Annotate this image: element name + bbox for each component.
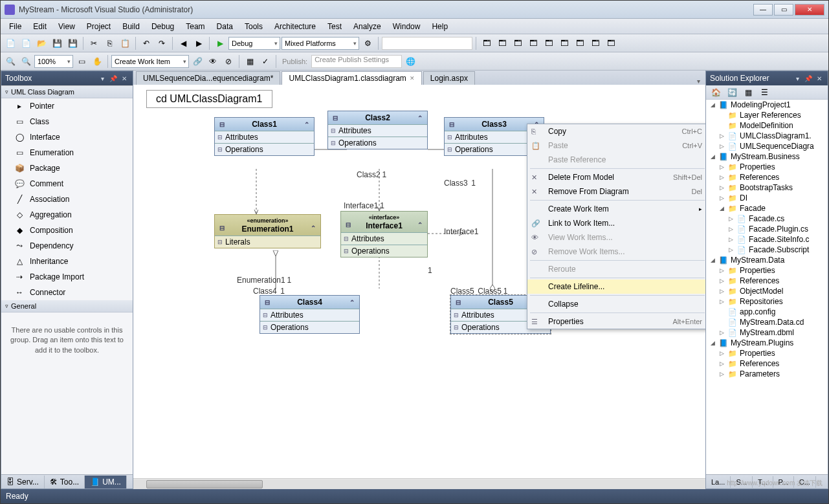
- pin-icon[interactable]: 📌: [109, 74, 118, 83]
- nav-fwd-icon[interactable]: ▶: [192, 36, 206, 50]
- publish-input[interactable]: Create Publish Settings: [311, 55, 402, 68]
- tree-item[interactable]: ▷📁DI: [706, 193, 828, 203]
- tree-expander-icon[interactable]: ▷: [718, 278, 725, 284]
- close-icon[interactable]: ✕: [815, 74, 824, 83]
- menu-build[interactable]: Build: [116, 20, 146, 33]
- tree-item[interactable]: 📁ModelDefinition: [706, 120, 828, 131]
- menu-debug[interactable]: Debug: [146, 20, 180, 33]
- pin-icon[interactable]: 📌: [804, 74, 813, 83]
- tree-item[interactable]: ▷📄Facade.Subscript: [706, 245, 828, 255]
- context-properties[interactable]: ☰PropertiesAlt+Enter: [527, 314, 705, 329]
- menu-help[interactable]: Help: [426, 20, 454, 33]
- close-button[interactable]: ✕: [795, 4, 824, 16]
- tree-item[interactable]: ▷📁Parameters: [706, 369, 828, 379]
- tree-item[interactable]: ◢📘MyStream.Business: [706, 151, 828, 162]
- cwi-view-icon[interactable]: 👁: [206, 54, 220, 69]
- copy-icon[interactable]: ⎘: [102, 36, 116, 50]
- class1-box[interactable]: ⊟Class1⌃ Attributes Operations: [214, 117, 315, 156]
- tree-expander-icon[interactable]: ▷: [727, 236, 735, 243]
- tab-sequence-diagram[interactable]: UMLSequenceDia...equencediagram*: [136, 71, 280, 85]
- cut-icon[interactable]: ✂: [87, 36, 101, 50]
- tb-icon-2[interactable]: 🗔: [495, 36, 509, 50]
- tree-expander-icon[interactable]: ▷: [718, 350, 725, 356]
- tree-expander-icon[interactable]: ◢: [718, 205, 725, 212]
- nav-back-icon[interactable]: ◀: [176, 36, 190, 50]
- tree-expander-icon[interactable]: ◢: [709, 257, 716, 263]
- class2-box[interactable]: ⊟Class2⌃ Attributes Operations: [327, 111, 428, 149]
- tree-item[interactable]: ▷📁Properties: [706, 348, 828, 358]
- toolbox-item-connector[interactable]: ↔Connector: [1, 285, 133, 300]
- tb-icon-5[interactable]: 🗔: [542, 36, 556, 50]
- toolbox-group-general[interactable]: General: [1, 300, 133, 312]
- save-all-icon[interactable]: 💾: [65, 36, 80, 50]
- tree-expander-icon[interactable]: ▷: [718, 143, 725, 149]
- tree-expander-icon[interactable]: ▷: [727, 215, 735, 222]
- tb-icon-4[interactable]: 🗔: [526, 36, 540, 50]
- tab-class-diagram[interactable]: UMLClassDiagram1.classdiagram✕: [282, 71, 421, 85]
- menu-analyze[interactable]: Analyze: [348, 20, 387, 33]
- tab-overflow-icon[interactable]: ▾: [697, 78, 700, 85]
- tree-item[interactable]: ▷📁References: [706, 276, 828, 286]
- open-icon[interactable]: 📂: [34, 36, 49, 50]
- zoom-combo[interactable]: 100%: [34, 55, 73, 68]
- dropdown-icon[interactable]: ▾: [793, 74, 802, 83]
- menu-project[interactable]: Project: [81, 20, 116, 33]
- menu-file[interactable]: File: [3, 20, 27, 33]
- properties-icon[interactable]: ☰: [757, 85, 771, 100]
- tree-expander-icon[interactable]: ▷: [718, 288, 725, 294]
- chevron-icon[interactable]: ⌃: [304, 121, 309, 128]
- toolbox-item-composition[interactable]: ◆Composition: [1, 223, 133, 238]
- minimize-button[interactable]: —: [753, 4, 773, 16]
- tree-item[interactable]: ◢📘MyStream.Data: [706, 255, 828, 265]
- bottom-tab[interactable]: 🗄Serv...: [1, 476, 45, 488]
- tree-expander-icon[interactable]: ▷: [718, 184, 725, 191]
- platform-combo[interactable]: Mixed Platforms: [282, 37, 359, 50]
- new-project-icon[interactable]: 📄: [3, 36, 17, 50]
- tree-item[interactable]: ▷📁Properties: [706, 265, 828, 276]
- pan-icon[interactable]: ✋: [90, 54, 104, 69]
- start-icon[interactable]: ▶: [213, 36, 227, 50]
- tree-expander-icon[interactable]: ▷: [718, 267, 725, 274]
- toolbox-item-package[interactable]: 📦Package: [1, 160, 133, 176]
- context-create-work-item[interactable]: Create Work Item: [527, 202, 705, 216]
- dropdown-icon[interactable]: ▾: [98, 74, 107, 83]
- context-link-to-work-item-[interactable]: 🔗Link to Work Item...: [527, 216, 705, 230]
- zoom-out-icon[interactable]: 🔍: [19, 54, 33, 69]
- menu-tools[interactable]: Tools: [239, 20, 269, 33]
- tree-item[interactable]: ◢📁Facade: [706, 203, 828, 214]
- menu-view[interactable]: View: [52, 20, 81, 33]
- tree-expander-icon[interactable]: ▷: [718, 298, 725, 305]
- bottom-tab[interactable]: 🛠Too...: [45, 476, 85, 488]
- refresh-icon[interactable]: 🔄: [725, 85, 739, 100]
- enumeration1-box[interactable]: «enumeration»⊟Enumeration1⌃ Literals: [214, 214, 321, 248]
- tree-item[interactable]: ▷📁ObjectModel: [706, 286, 828, 296]
- tree-item[interactable]: 📄MyStream.Data.cd: [706, 317, 828, 327]
- toolbox-item-aggregation[interactable]: ◇Aggregation: [1, 207, 133, 223]
- save-icon[interactable]: 💾: [50, 36, 64, 50]
- tree-item[interactable]: ▷📄Facade.SiteInfo.c: [706, 234, 828, 245]
- close-icon[interactable]: ✕: [120, 74, 129, 83]
- props-icon[interactable]: ⚙: [360, 36, 375, 50]
- tb-icon-7[interactable]: 🗔: [573, 36, 587, 50]
- tree-expander-icon[interactable]: ▷: [718, 329, 725, 336]
- publish-icon[interactable]: 🌐: [403, 54, 417, 69]
- layer-icon[interactable]: ▦: [243, 54, 257, 69]
- tree-expander-icon[interactable]: ▷: [718, 360, 725, 367]
- toolbox-item-enumeration[interactable]: ▭Enumeration: [1, 145, 133, 160]
- interface1-box[interactable]: «interface»⊟Interface1⌃ Attributes Opera…: [340, 211, 428, 257]
- tb-icon-9[interactable]: 🗔: [604, 36, 618, 50]
- tree-expander-icon[interactable]: ▷: [718, 195, 725, 201]
- context-collapse[interactable]: Collapse: [527, 297, 705, 311]
- toolbox-item-pointer[interactable]: ▸Pointer: [1, 98, 133, 114]
- tab-login-aspx[interactable]: Login.aspx: [423, 71, 475, 85]
- tree-item[interactable]: ▷📁Properties: [706, 162, 828, 172]
- toolbox-item-inheritance[interactable]: △Inheritance: [1, 254, 133, 269]
- maximize-button[interactable]: ▭: [774, 4, 793, 16]
- menu-data[interactable]: Data: [211, 20, 239, 33]
- tree-expander-icon[interactable]: ◢: [709, 153, 716, 160]
- cwi-remove-icon[interactable]: ⊘: [221, 54, 236, 69]
- toolbox-item-association[interactable]: ╱Association: [1, 192, 133, 207]
- tree-expander-icon[interactable]: ▷: [718, 174, 725, 181]
- fit-icon[interactable]: ▭: [74, 54, 89, 69]
- tree-expander-icon[interactable]: ◢: [709, 102, 716, 108]
